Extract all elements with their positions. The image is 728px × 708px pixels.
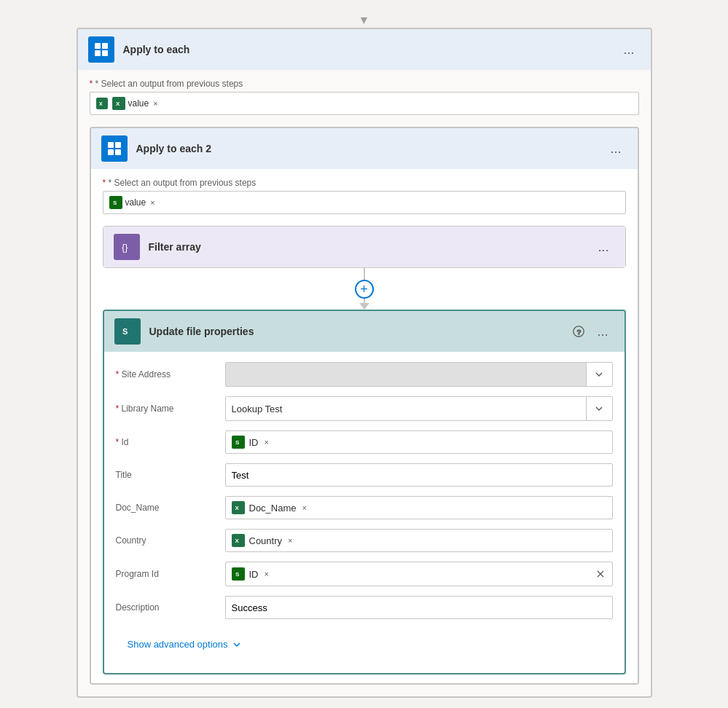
id-token-close[interactable]: × <box>263 438 270 447</box>
show-advanced-label: Show advanced options <box>128 639 228 650</box>
apply-to-each-2-more-button[interactable]: ... <box>604 139 627 158</box>
title-input[interactable] <box>225 463 613 487</box>
apply-to-each-2-icon <box>101 135 128 162</box>
token-value-2: value <box>125 197 146 208</box>
update-file-body: Site Address <box>104 352 625 673</box>
svg-text:X: X <box>116 101 120 107</box>
apply-to-each-2-select-label: * Select an output from previous steps <box>103 178 626 188</box>
site-address-input[interactable] <box>226 363 586 386</box>
id-field: S ID × <box>225 430 613 454</box>
title-field <box>225 463 613 487</box>
program-id-token-icon: S <box>232 567 245 581</box>
apply-to-each-1-body: * Select an output from previous steps X… <box>78 70 651 696</box>
apply-to-each-1-header: Apply to each ... <box>78 29 651 70</box>
token-close-2[interactable]: × <box>149 199 156 207</box>
country-token-input[interactable]: X Country × <box>225 529 613 552</box>
library-name-input-wrapper: Lookup Test <box>225 396 613 421</box>
svg-rect-6 <box>108 142 114 148</box>
update-file-properties-header: S Update file properties ? ... <box>104 311 625 352</box>
id-token-icon: S <box>232 436 245 449</box>
apply-to-each-1-token-icon: X <box>96 98 108 109</box>
svg-text:X: X <box>99 101 103 106</box>
apply-to-each-2-token-input[interactable]: S value × <box>103 191 626 214</box>
title-label: Title <box>116 470 225 480</box>
svg-text:S: S <box>235 439 240 446</box>
library-name-input[interactable]: Lookup Test <box>226 397 586 420</box>
svg-text:S: S <box>235 571 240 578</box>
program-id-input-area[interactable]: S ID × <box>226 564 589 584</box>
library-name-label: Library Name <box>116 404 225 414</box>
add-action-connector: + <box>103 268 626 310</box>
doc-name-token-input[interactable]: X Doc_Name × <box>225 496 613 519</box>
doc-name-row: Doc_Name X Doc_Name × <box>104 492 625 524</box>
add-action-button[interactable]: + <box>355 280 374 299</box>
id-token-value: ID <box>249 437 259 448</box>
apply-to-each-2-card: Apply to each 2 ... * Select an output f… <box>90 127 639 685</box>
id-token-input[interactable]: S ID × <box>225 430 613 454</box>
apply-to-each-1-title: Apply to each <box>123 44 618 55</box>
update-file-help-button[interactable]: ? <box>566 322 591 341</box>
svg-rect-0 <box>95 43 101 49</box>
svg-text:X: X <box>235 505 239 511</box>
svg-text:{}: {} <box>122 242 128 253</box>
site-address-chevron[interactable] <box>586 363 612 386</box>
description-label: Description <box>116 602 225 613</box>
id-label: Id <box>116 437 225 447</box>
svg-text:S: S <box>122 327 128 336</box>
apply-to-each-1-card: Apply to each ... * Select an output fro… <box>77 28 652 698</box>
apply-to-each-2-header: Apply to each 2 ... <box>91 128 638 169</box>
top-connector-arrow: ▼ <box>359 15 370 26</box>
svg-rect-9 <box>115 149 121 155</box>
title-row: Title <box>104 459 625 492</box>
token-value-1: value <box>128 98 149 109</box>
svg-rect-7 <box>115 142 121 148</box>
svg-text:?: ? <box>577 328 582 336</box>
description-input[interactable] <box>225 596 613 619</box>
program-id-clear-button[interactable] <box>589 562 612 586</box>
country-label: Country <box>116 535 225 546</box>
filter-array-card: {} Filter array ... <box>103 226 626 268</box>
country-token-close[interactable]: × <box>286 537 294 545</box>
apply-to-each-1-more-button[interactable]: ... <box>617 40 640 59</box>
program-id-token-close[interactable]: × <box>263 570 270 578</box>
svg-rect-3 <box>102 50 108 56</box>
description-row: Description <box>104 591 625 624</box>
library-name-field: Lookup Test <box>225 396 613 421</box>
token-sp-icon-2: S <box>109 196 122 209</box>
svg-text:X: X <box>235 538 239 544</box>
site-address-input-wrapper <box>225 362 613 387</box>
description-field <box>225 596 613 619</box>
country-token-value: Country <box>249 535 283 546</box>
doc-name-field: X Doc_Name × <box>225 496 613 519</box>
apply-to-each-1-select-label: * Select an output from previous steps <box>90 79 639 89</box>
update-file-icon: S <box>114 318 141 345</box>
update-file-more-button[interactable]: ... <box>591 322 614 341</box>
doc-name-label: Doc_Name <box>116 503 225 513</box>
library-name-chevron[interactable] <box>586 397 612 420</box>
program-id-token-value: ID <box>249 569 259 580</box>
apply-to-each-1-token-input[interactable]: X X value × <box>90 92 639 115</box>
filter-array-header: {} Filter array ... <box>103 227 625 267</box>
site-address-field <box>225 362 613 387</box>
program-id-row: Program Id S ID <box>104 557 625 591</box>
filter-array-more-button[interactable]: ... <box>592 237 614 256</box>
connector-arrow-down <box>359 303 369 310</box>
filter-array-icon: {} <box>114 234 140 260</box>
connector-line-1 <box>364 268 365 280</box>
apply-to-each-1-icon <box>88 36 114 63</box>
update-file-properties-card: S Update file properties ? ... <box>103 310 626 674</box>
doc-name-token-close[interactable]: × <box>301 504 308 512</box>
program-id-label: Program Id <box>116 569 225 579</box>
country-token-icon: X <box>232 534 245 547</box>
program-id-field: S ID × <box>225 562 613 586</box>
site-address-row: Site Address <box>104 358 625 392</box>
library-name-row: Library Name Lookup Test <box>104 392 625 426</box>
apply-to-each-2-title: Apply to each 2 <box>136 143 605 154</box>
country-row: Country X Country × <box>104 524 625 557</box>
svg-text:S: S <box>113 200 117 206</box>
show-advanced-button[interactable]: Show advanced options <box>116 630 253 658</box>
id-row: Id S ID × <box>104 426 625 459</box>
library-name-value: Lookup Test <box>232 404 283 414</box>
svg-rect-2 <box>95 50 101 56</box>
token-close-1[interactable]: × <box>152 100 159 108</box>
